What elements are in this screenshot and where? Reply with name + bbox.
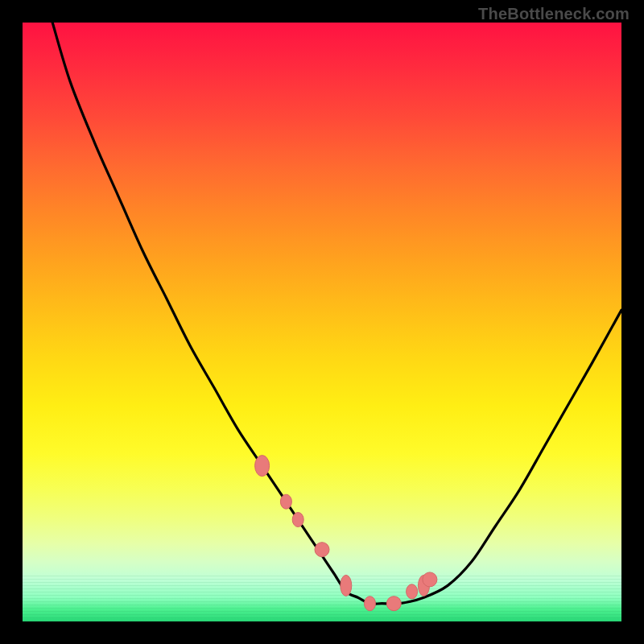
curve-marker	[365, 597, 376, 611]
bottleneck-curve-svg	[23, 23, 621, 621]
curve-marker	[386, 597, 401, 611]
curve-marker	[280, 494, 291, 509]
curve-marker	[292, 513, 303, 527]
marker-layer	[255, 456, 437, 611]
curve-marker	[255, 456, 270, 477]
plot-area	[23, 23, 621, 621]
curve-marker	[341, 575, 352, 596]
curve-marker	[315, 543, 329, 557]
curve-marker	[423, 572, 437, 587]
source-watermark: TheBottleneck.com	[478, 5, 630, 23]
bottleneck-curve-path	[52, 23, 621, 604]
curve-marker	[407, 584, 418, 599]
outer-frame: TheBottleneck.com	[0, 0, 644, 644]
